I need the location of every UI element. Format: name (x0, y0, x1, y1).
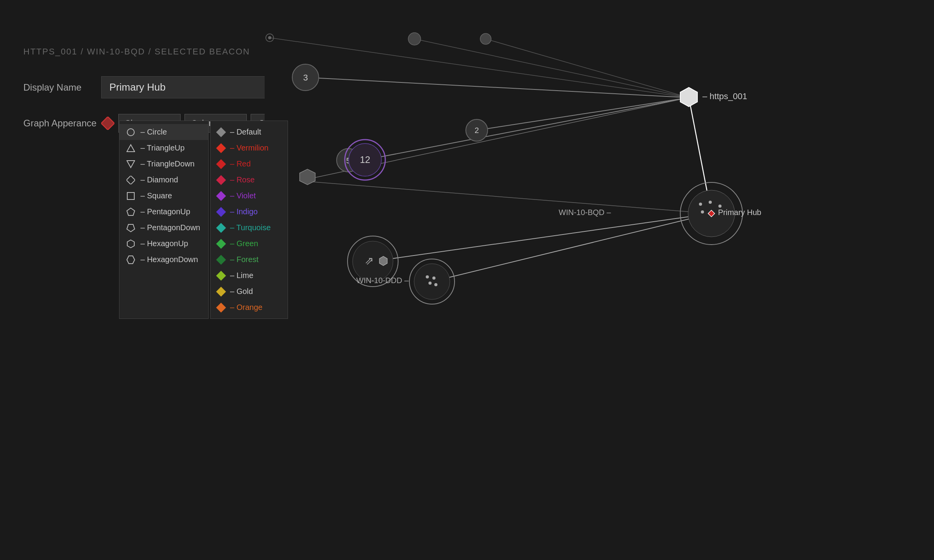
svg-point-33 (718, 205, 722, 208)
svg-point-41 (434, 283, 437, 286)
node-https001[interactable] (680, 88, 697, 107)
color-default-label: – Default (230, 128, 261, 136)
color-item-orange[interactable]: – Orange (211, 299, 288, 315)
display-name-row: Display Name (23, 76, 288, 98)
shape-item-triangledown[interactable]: – TriangleDown (119, 156, 208, 172)
svg-point-39 (432, 276, 435, 280)
lime-color-swatch (216, 271, 226, 280)
color-item-green[interactable]: – Green (211, 236, 288, 252)
svg-marker-10 (127, 256, 135, 264)
color-gold-label: – Gold (230, 287, 253, 296)
shape-pentagondown-label: – PentagonDown (140, 223, 200, 232)
svg-rect-5 (126, 176, 135, 184)
color-lime-label: – Lime (230, 271, 253, 280)
shape-hexagonup-label: – HexagonUp (140, 239, 188, 248)
color-forest-label: – Forest (230, 255, 258, 264)
color-rose-label: – Rose (230, 175, 255, 184)
gold-color-swatch (216, 287, 226, 296)
color-item-lime[interactable]: – Lime (211, 268, 288, 284)
shape-square-label: – Square (140, 191, 172, 200)
turquoise-color-swatch (216, 223, 226, 233)
node-win10ddd[interactable] (414, 264, 450, 299)
color-item-forest[interactable]: – Forest (211, 252, 288, 268)
svg-text:2: 2 (474, 126, 479, 135)
svg-text:– https_001: – https_001 (702, 91, 747, 101)
violet-color-swatch (216, 191, 226, 201)
color-item-vermilion[interactable]: – Vermilion (211, 140, 288, 156)
graph-appearance-label: Graph Apperance (23, 118, 101, 129)
shape-triangledown-label: – TriangleDown (140, 159, 195, 168)
default-color-swatch (216, 127, 226, 137)
svg-point-23 (268, 36, 271, 39)
svg-text:3: 3 (303, 73, 308, 82)
color-green-label: – Green (230, 239, 258, 248)
shape-item-diamond[interactable]: – Diamond (119, 172, 208, 188)
shape-dropdown-panel: – Circle – TriangleUp – TriangleDown – D… (119, 121, 209, 319)
color-item-red[interactable]: – Red (211, 156, 288, 172)
rose-color-swatch (216, 175, 226, 185)
svg-rect-1 (101, 117, 114, 130)
display-name-label: Display Name (23, 82, 101, 93)
color-orange-label: – Orange (230, 303, 262, 312)
shape-item-pentagondown[interactable]: – PentagonDown (119, 220, 208, 236)
green-color-swatch (216, 239, 226, 248)
color-dropdown-panel: – Default – Vermilion – Red – Rose – Vio… (210, 121, 288, 319)
svg-rect-6 (127, 192, 134, 200)
shape-pentagonup-label: – PentagonUp (140, 207, 190, 216)
triangle-down-shape-icon (126, 160, 135, 168)
pentagon-down-shape-icon (126, 224, 135, 232)
diamond-shape-icon (126, 176, 135, 184)
svg-marker-8 (127, 224, 135, 232)
color-red-label: – Red (230, 159, 251, 168)
color-item-indigo[interactable]: – Indigo (211, 204, 288, 220)
svg-point-40 (428, 282, 432, 285)
color-item-default[interactable]: – Default (211, 124, 288, 140)
shape-item-square[interactable]: – Square (119, 188, 208, 204)
color-indigo-label: – Indigo (230, 207, 258, 216)
pentagon-up-shape-icon (126, 208, 135, 216)
svg-text:WIN-10-BQD –: WIN-10-BQD – (559, 208, 611, 217)
shape-triangleup-label: – TriangleUp (140, 144, 184, 152)
display-name-input[interactable] (101, 76, 269, 98)
hexagon-down-shape-icon (126, 256, 135, 264)
svg-text:Primary Hub: Primary Hub (718, 208, 761, 217)
svg-marker-4 (127, 161, 135, 168)
color-turquoise-label: – Turquoise (230, 223, 271, 232)
shape-item-pentagonup[interactable]: – PentagonUp (119, 204, 208, 220)
circle-shape-icon (126, 128, 135, 136)
graph-canvas[interactable]: 3 2 5 12 – https_001 Primary Hub WIN-10-… (265, 0, 934, 560)
svg-point-32 (709, 201, 712, 204)
node-top3[interactable] (480, 33, 491, 44)
color-item-rose[interactable]: – Rose (211, 172, 288, 188)
shape-hexagondown-label: – HexagonDown (140, 255, 198, 264)
svg-point-34 (701, 210, 704, 214)
diamond-icon (101, 117, 114, 130)
color-item-violet[interactable]: – Violet (211, 188, 288, 204)
shape-item-circle[interactable]: – Circle (119, 124, 208, 140)
forest-color-swatch (216, 255, 226, 264)
hexagon-up-shape-icon (126, 240, 135, 248)
svg-point-38 (426, 275, 429, 278)
red-color-swatch (216, 159, 226, 169)
breadcrumb: HTTPS_001 / WIN-10-BQD / SELECTED BEACON (23, 47, 288, 57)
graph-svg: 3 2 5 12 – https_001 Primary Hub WIN-10-… (265, 0, 934, 560)
triangle-up-shape-icon (126, 144, 135, 152)
svg-text:12: 12 (360, 154, 370, 165)
color-item-gold[interactable]: – Gold (211, 284, 288, 299)
color-violet-label: – Violet (230, 191, 256, 200)
orange-color-swatch (216, 303, 226, 312)
svg-marker-3 (127, 145, 135, 152)
color-item-turquoise[interactable]: – Turquoise (211, 220, 288, 236)
svg-point-31 (699, 203, 702, 206)
svg-point-2 (127, 129, 134, 136)
svg-marker-9 (127, 240, 134, 248)
node-top2[interactable] (408, 33, 421, 45)
dropdowns-wrapper: – Circle – TriangleUp – TriangleDown – D… (119, 121, 288, 319)
color-vermilion-label: – Vermilion (230, 144, 269, 152)
shape-item-hexagondown[interactable]: – HexagonDown (119, 252, 208, 268)
square-shape-icon (126, 192, 135, 200)
shape-item-triangleup[interactable]: – TriangleUp (119, 140, 208, 156)
shape-item-hexagonup[interactable]: – HexagonUp (119, 236, 208, 252)
shape-diamond-label: – Diamond (140, 175, 178, 184)
vermilion-color-swatch (216, 143, 226, 153)
